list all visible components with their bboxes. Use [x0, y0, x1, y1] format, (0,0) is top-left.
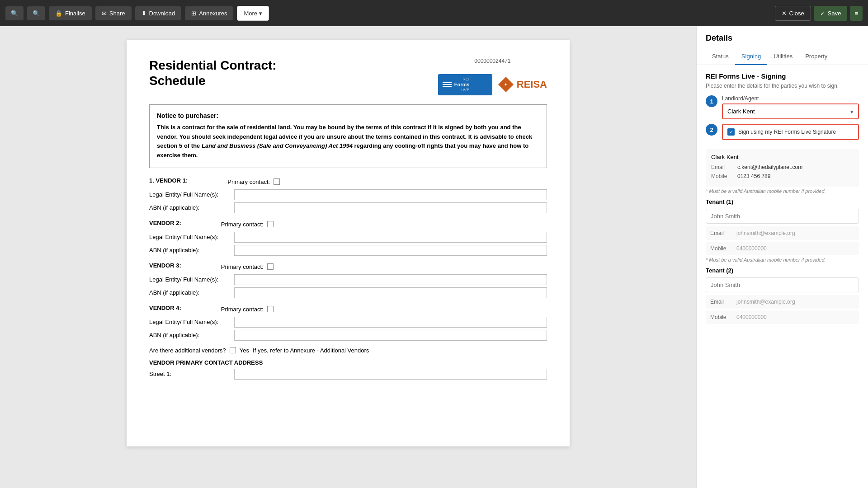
save-button[interactable]: ✓ Save: [814, 6, 848, 21]
rei-forms-live-logo: REI Forms LIVE: [438, 74, 492, 95]
tab-status[interactable]: Status: [706, 48, 735, 65]
toolbar-right-actions: ✕ Close ✓ Save ≡: [775, 6, 863, 21]
sidebar-title: Details: [706, 33, 859, 43]
tenant-2-email-row: Email johnsmith@example.org: [706, 295, 859, 309]
vendor-3-section: VENDOR 3: Primary contact: Legal Entity/…: [149, 262, 547, 298]
tenant-2-mobile-row: Mobile 0400000000: [706, 310, 859, 324]
street-1-input[interactable]: [234, 369, 547, 380]
finalise-button[interactable]: 🔒 Finalise: [49, 6, 92, 20]
vendor-4-abn-input[interactable]: [234, 330, 547, 341]
vendor-primary-address-header: VENDOR PRIMARY CONTACT ADDRESS: [149, 359, 547, 366]
landlord-agent-label: Landlord/Agent: [722, 95, 859, 102]
landlord-badge-row: 1 Landlord/Agent Clark Kent ▾: [706, 95, 859, 119]
clark-kent-card: Clark Kent Email c.kent@thedailyplanet.c…: [706, 149, 859, 187]
share-button[interactable]: ✉ Share: [95, 6, 132, 20]
vendor-1-legal-row: Legal Entity/ Full Name(s):: [149, 189, 547, 200]
search-icon-2: 🔍: [33, 10, 40, 17]
vendor-1-abn-input[interactable]: [234, 202, 547, 213]
street-1-row: Street 1:: [149, 369, 547, 380]
more-button[interactable]: More ▾: [237, 6, 269, 21]
vendor-3-primary-checkbox[interactable]: [267, 263, 274, 270]
search-icon-1: 🔍: [11, 10, 18, 17]
doc-header: Residential Contract: Schedule 000000024…: [149, 58, 547, 95]
tenant-2-name-input[interactable]: [706, 277, 859, 292]
tenant-1-mobile-row: Mobile 0400000000: [706, 242, 859, 255]
sidebar-header: Details: [697, 26, 868, 43]
tenant-1-hint: * Must be a valid Australian mobile numb…: [706, 257, 859, 263]
landlord-hint: * Must be a valid Australian mobile numb…: [706, 188, 859, 194]
badge-1: 1: [706, 95, 717, 107]
tab-signing[interactable]: Signing: [735, 48, 767, 65]
vendor-4-section: VENDOR 4: Primary contact: Legal Entity/…: [149, 305, 547, 341]
checkbox-badge-row: 2 ✓ Sign using my REI Forms Live Signatu…: [706, 124, 859, 145]
rei-signature-checkbox-row[interactable]: ✓ Sign using my REI Forms Live Signature: [722, 124, 859, 140]
menu-icon: ≡: [854, 10, 858, 17]
signing-title: REI Forms Live - Signing: [706, 72, 859, 80]
reisa-logo: ✦ REISA: [498, 76, 547, 93]
doc-logos: 000000024471 REI Forms: [438, 58, 547, 95]
vendor-3-abn-row: ABN (if applicable):: [149, 287, 547, 298]
save-icon: ✓: [820, 10, 825, 17]
document-page: Residential Contract: Schedule 000000024…: [127, 40, 570, 446]
vendor-1-title-row: 1. VENDOR 1: Primary contact:: [149, 177, 547, 187]
share-icon: ✉: [102, 10, 107, 17]
vendor-4-abn-row: ABN (if applicable):: [149, 330, 547, 341]
checkmark-icon: ✓: [729, 129, 733, 135]
vendor-3-legal-row: Legal Entity/ Full Name(s):: [149, 274, 547, 285]
signing-subtitle: Please enter the details for the parties…: [706, 83, 859, 89]
tenant-1-title: Tenant (1): [706, 198, 859, 205]
main-layout: Residential Contract: Schedule 000000024…: [0, 26, 868, 488]
sidebar: Details Status Signing Utilities Propert…: [696, 26, 868, 488]
notice-box: Notice to purchaser: This is a contract …: [149, 104, 547, 168]
search-button-2[interactable]: 🔍: [27, 6, 45, 20]
vendor-2-abn-input[interactable]: [234, 245, 547, 256]
doc-id: 000000024471: [474, 58, 510, 64]
vendor-2-primary-checkbox[interactable]: [267, 221, 274, 227]
vendor-1-abn-row: ABN (if applicable):: [149, 202, 547, 213]
additional-vendors-row: Are there additional vendors? Yes If yes…: [149, 347, 547, 354]
vendor-2-abn-row: ABN (if applicable):: [149, 245, 547, 256]
vendor-3-title-row: VENDOR 3: Primary contact:: [149, 262, 547, 272]
toolbar: 🔍 🔍 🔒 Finalise ✉ Share ⬇ Download ⊞ Anne…: [0, 0, 868, 26]
tab-property[interactable]: Property: [799, 48, 834, 65]
vendor-2-section: VENDOR 2: Primary contact: Legal Entity/…: [149, 220, 547, 256]
sidebar-tabs: Status Signing Utilities Property: [697, 48, 868, 65]
doc-title: Residential Contract: Schedule: [149, 58, 277, 88]
vendor-1-primary-checkbox[interactable]: [274, 178, 280, 185]
vendor-1-legal-input[interactable]: [234, 189, 547, 200]
badge-2: 2: [706, 124, 717, 136]
close-icon: ✕: [782, 10, 787, 17]
annexures-button[interactable]: ⊞ Annexures: [185, 6, 233, 20]
tenant-1-email-row: Email johnsmith@example.org: [706, 226, 859, 240]
vendor-4-legal-input[interactable]: [234, 317, 547, 328]
landlord-agent-select[interactable]: Clark Kent: [723, 104, 858, 118]
search-button-1[interactable]: 🔍: [5, 6, 24, 20]
lock-icon: 🔒: [55, 10, 62, 17]
download-icon: ⬇: [142, 10, 146, 17]
rei-signature-checkbox[interactable]: ✓: [727, 128, 735, 136]
vendor-2-legal-row: Legal Entity/ Full Name(s):: [149, 232, 547, 243]
vendor-3-legal-input[interactable]: [234, 274, 547, 285]
download-button[interactable]: ⬇ Download: [135, 6, 182, 20]
tenant-2-title: Tenant (2): [706, 267, 859, 274]
sidebar-signing-content: REI Forms Live - Signing Please enter th…: [697, 65, 868, 333]
vendor-4-primary-checkbox[interactable]: [267, 306, 274, 312]
vendor-4-legal-row: Legal Entity/ Full Name(s):: [149, 317, 547, 328]
tab-utilities[interactable]: Utilities: [767, 48, 799, 65]
tenant-1-name-input[interactable]: [706, 209, 859, 224]
vendor-1-section: 1. VENDOR 1: Primary contact: Legal Enti…: [149, 177, 547, 213]
chevron-down-icon: ▾: [259, 10, 262, 17]
grid-icon: ⊞: [191, 10, 196, 17]
menu-button[interactable]: ≡: [850, 6, 863, 21]
landlord-agent-select-wrapper: Clark Kent ▾: [722, 103, 859, 119]
vendor-3-abn-input[interactable]: [234, 287, 547, 298]
vendor-2-legal-input[interactable]: [234, 232, 547, 243]
vendor-4-title-row: VENDOR 4: Primary contact:: [149, 305, 547, 314]
document-area: Residential Contract: Schedule 000000024…: [0, 26, 696, 488]
additional-vendors-checkbox[interactable]: [230, 347, 236, 353]
close-button[interactable]: ✕ Close: [775, 6, 811, 21]
vendor-2-title-row: VENDOR 2: Primary contact:: [149, 220, 547, 229]
